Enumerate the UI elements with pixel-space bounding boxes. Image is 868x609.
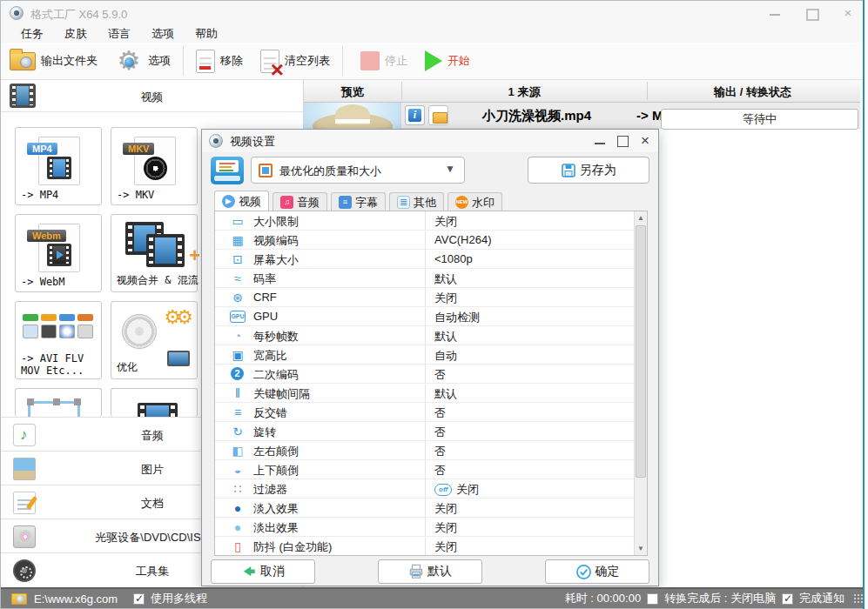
setting-row-11[interactable]: ↻旋转否 [215,422,647,441]
app-icon [10,6,24,20]
setting-value: <1080p [434,252,473,265]
minimize-button[interactable] [768,6,782,20]
setting-label: 关键帧间隔 [253,386,310,402]
dialog-minimize-button[interactable] [594,135,606,147]
mini-film-play-icon [47,244,71,266]
shutdown-after-checkbox[interactable] [647,593,658,605]
setting-row-10[interactable]: ≡反交错否 [215,403,647,422]
desktop-gutter [865,0,868,609]
setting-value: 自动 [434,348,457,364]
quality-preset-select[interactable]: 最优化的质量和大小 ▼ [251,157,465,184]
setting-label: 宽高比 [253,348,287,364]
setting-row-1[interactable]: ▦视频编码AVC(H264) [215,231,647,250]
menu-skin[interactable]: 皮肤 [60,26,91,42]
screen-icon [167,351,190,366]
menu-task[interactable]: 任务 [17,26,48,42]
card-partial-video[interactable] [111,388,198,417]
column-source[interactable]: 1 来源 [401,84,647,100]
setting-row-6[interactable]: ◔每秒帧数默认 [215,326,647,345]
watermark-tab-icon: NEW [455,196,468,209]
setting-label: 上下颠倒 [253,463,299,478]
output-path[interactable]: E:\www.x6g.com [34,592,118,606]
menu-options[interactable]: 选项 [147,26,178,42]
setting-row-17[interactable]: ▯防抖 (白金功能)关闭 [215,537,647,556]
menu-help[interactable]: 帮助 [191,26,222,42]
open-folder-button[interactable] [428,105,448,125]
menu-language[interactable]: 语言 [104,26,135,42]
tab-字幕[interactable]: ≡字幕 [331,192,386,211]
setting-row-3[interactable]: ≈码率默认 [215,269,647,288]
ok-button[interactable]: 确定 [545,559,649,584]
dialog-titlebar: 视频设置 × [202,130,658,152]
setting-row-12[interactable]: ◧左右颠倒否 [215,441,647,460]
setting-row-8[interactable]: 2二次编码否 [215,365,647,384]
setting-row-7[interactable]: ▣宽高比自动 [215,345,647,365]
column-preview[interactable]: 预览 [304,84,401,100]
remove-button[interactable]: 移除 [187,44,252,77]
preset-icon [259,164,273,177]
setting-value: 自动检测 [434,310,480,325]
rotate-icon: ↻ [229,423,246,440]
tab-音频[interactable]: ♫音频 [273,192,327,211]
output-path-folder-icon[interactable] [11,593,27,605]
settings-scrollbar[interactable]: ▲ ▼ [634,211,647,555]
tab-label: 水印 [472,195,495,211]
setting-row-5[interactable]: GPUGPU自动检测 [215,307,647,326]
clear-list-icon [260,50,279,73]
notify-checkbox[interactable] [782,593,793,605]
tab-水印[interactable]: NEW水印 [447,192,502,211]
column-output-status[interactable]: 输出 / 转换状态 [647,84,858,100]
status-badge: 等待中 [661,109,858,130]
audio-tab-icon: ♫ [280,196,293,209]
setting-row-9[interactable]: ‖关键帧间隔默认 [215,384,647,403]
setting-row-13[interactable]: ◒上下颠倒否 [215,460,647,479]
card-optimize[interactable]: ⚙⚙ 优化 [111,301,198,379]
multithread-checkbox[interactable] [133,593,145,605]
setting-row-2[interactable]: ⊡屏幕大小<1080p [215,250,647,269]
notify-label[interactable]: 完成通知 [799,591,844,606]
tab-其他[interactable]: ≣其他 [389,192,444,211]
dialog-close-button[interactable]: × [639,135,651,147]
card-video-merge[interactable]: + 视频合并 & 混流 [111,214,198,292]
default-button[interactable]: 默认 [378,559,482,584]
shutdown-after-label[interactable]: 转换完成后 : 关闭电脑 [664,591,776,606]
setting-row-4[interactable]: ⊛CRF关闭 [215,288,647,307]
scrollbar-thumb[interactable] [636,225,646,478]
options-button[interactable]: ⚙ 选项 [106,44,179,77]
statusbar: E:\www.x6g.com 使用多线程 耗时 : 00:00:00 转换完成后… [1,587,867,608]
settings-list: ▭大小限制关闭▦视频编码AVC(H264)⊡屏幕大小<1080p≈码率默认⊛CR… [214,211,648,556]
output-folder-button[interactable]: 输出文件夹 [1,44,106,77]
setting-row-16[interactable]: ●淡出效果关闭 [215,518,647,537]
multithread-label[interactable]: 使用多线程 [151,591,207,606]
tab-视频[interactable]: ▶视频 [214,191,269,211]
scroll-up-icon[interactable]: ▲ [635,211,647,224]
scroll-down-icon[interactable]: ▼ [635,542,647,555]
cancel-button[interactable]: 取消 [211,559,315,584]
card-mkv[interactable]: MKV -> MKV [111,127,198,205]
card-partial-crop[interactable] [15,388,102,417]
card-webm[interactable]: Webm -> WebM [15,214,102,292]
floppy-icon [562,164,575,177]
setting-row-0[interactable]: ▭大小限制关闭 [215,211,647,231]
stop-button[interactable]: 停止 [352,44,416,77]
dialog-maximize-button[interactable] [616,135,629,147]
setting-label: 过滤器 [253,482,287,498]
close-button[interactable]: × [841,6,855,20]
start-button[interactable]: 开始 [416,44,479,77]
video-section-header[interactable]: 视频 [1,80,303,112]
setting-label: CRF [253,291,277,304]
card-mp4[interactable]: MP4 -> MP4 [15,127,102,205]
setting-value: 默认 [434,329,457,345]
media-info-button[interactable] [405,105,425,125]
setting-value: 默认 [434,386,457,402]
source-filename: 小刀洗澡视频.mp4 [482,108,591,124]
maximize-button[interactable] [804,6,818,20]
setting-row-15[interactable]: ●淡入效果关闭 [215,499,647,518]
crop-tool-icon [28,401,80,417]
tab-label: 视频 [239,194,261,210]
setting-row-14[interactable]: ∷过滤器off关闭 [215,479,647,499]
setting-value: 关闭 [434,520,457,536]
card-avi-flv-mov[interactable]: -> AVI FLV MOV Etc... [15,301,102,379]
save-as-button[interactable]: 另存为 [528,157,649,184]
clear-list-button[interactable]: 清空列表 [252,44,339,77]
